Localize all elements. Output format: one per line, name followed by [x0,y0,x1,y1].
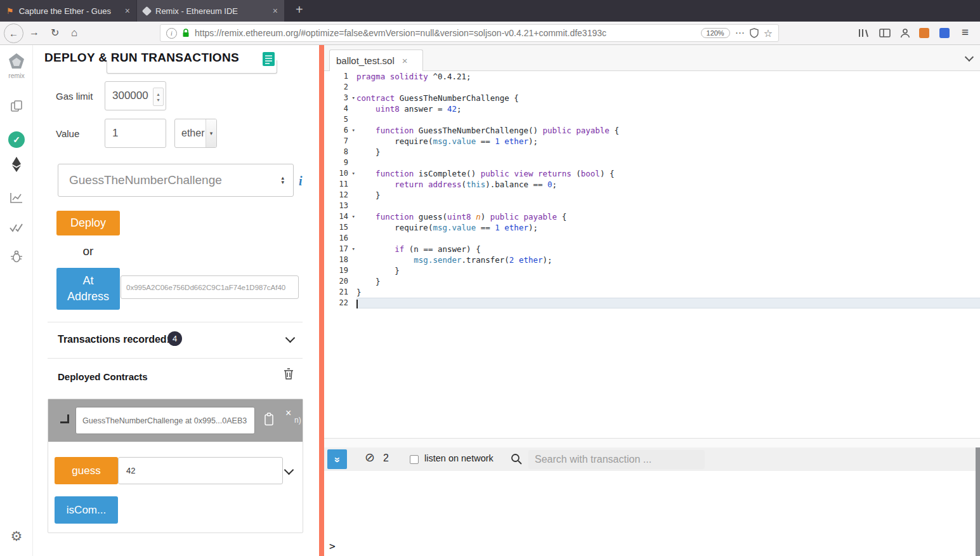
listen-on-network-checkbox[interactable] [410,455,419,464]
terminal-search-input[interactable] [528,450,705,469]
line-number[interactable]: 20 [324,276,354,287]
code-line[interactable] [356,114,980,125]
line-number[interactable]: 12 [324,190,354,201]
collapse-chevron-icon[interactable] [60,414,69,423]
number-spinner[interactable]: ▴▾ [153,88,164,106]
code-line[interactable]: pragma solidity ^0.4.21; [356,71,980,82]
extension-icon-orange[interactable] [919,28,929,38]
url-bar[interactable]: i https://remix.ethereum.org/#optimize=f… [160,24,779,42]
https-lock-icon[interactable] [182,29,190,38]
line-number[interactable]: 10▾ [324,168,354,179]
home-button[interactable]: ⌂ [71,27,77,39]
code-line[interactable]: } [356,287,980,298]
line-number[interactable]: 5 [324,114,354,125]
code-line[interactable]: require(msg.value == 1 ether); [356,136,980,147]
copy-address-clipboard-icon[interactable] [264,413,274,426]
code-line[interactable]: } [356,276,980,287]
tab-close-icon[interactable]: × [273,6,278,16]
iscomplete-function-button[interactable]: isCom... [55,496,118,524]
gas-limit-input[interactable]: ▴▾ [105,81,166,110]
account-icon[interactable] [900,28,910,38]
code-line[interactable]: return address(this).balance == 0; [356,179,980,190]
compiler-success-icon[interactable]: ✓ [0,131,33,148]
refresh-button[interactable]: ↻ [51,27,59,39]
file-explorer-icon[interactable] [0,100,33,112]
code-pane[interactable]: pragma solidity ^0.4.21;contract GuessTh… [356,71,980,308]
code-line[interactable] [356,298,980,308]
code-editor[interactable]: 123▾456▾78910▾11121314▾151617▾1819202122… [324,71,980,438]
code-line[interactable]: } [356,147,980,157]
site-info-icon[interactable]: i [166,28,177,39]
menu-icon[interactable]: ≡ [962,25,969,39]
deployed-contract-title[interactable]: GuessTheNumberChallenge at 0x995...0AEB3 [75,407,255,434]
code-line[interactable] [356,201,980,211]
remove-contract-icon[interactable]: × [285,407,291,419]
transactions-expand-icon[interactable] [285,333,296,343]
code-line[interactable]: contract GuessTheNumberChallenge { [356,93,980,103]
zoom-level-badge[interactable]: 120% [701,28,730,38]
line-number[interactable]: 6▾ [324,125,354,136]
line-number[interactable]: 13 [324,201,354,211]
fold-arrow-icon[interactable]: ▾ [352,211,355,222]
sidebars-icon[interactable] [879,29,891,37]
code-line[interactable]: function guess(uint8 n) public payable { [356,211,980,222]
line-number[interactable]: 11 [324,179,354,190]
line-number[interactable]: 21 [324,287,354,298]
at-address-input[interactable] [121,275,299,299]
line-number[interactable]: 9 [324,157,354,168]
code-line[interactable]: msg.sender.transfer(2 ether); [356,255,980,265]
line-number[interactable]: 3▾ [324,93,354,103]
code-line[interactable] [356,157,980,168]
fold-arrow-icon[interactable]: ▾ [352,244,355,255]
fold-arrow-icon[interactable]: ▾ [352,125,355,136]
deployed-contract-header[interactable]: GuessTheNumberChallenge at 0x995...0AEB3… [48,399,303,442]
code-line[interactable]: function isComplete() public view return… [356,168,980,179]
browser-tab-remix[interactable]: Remix - Ethereum IDE × [137,0,284,22]
unit-select[interactable]: ether ▾ [174,119,217,148]
contract-select[interactable]: GuessTheNumberChallenge ▴▾ [58,164,294,197]
terminal-output[interactable]: > [324,471,976,556]
terminal-expand-button[interactable]: » [327,449,347,469]
guess-expand-icon[interactable] [284,465,294,475]
terminal-scrollbar[interactable] [976,447,980,556]
line-number[interactable]: 18 [324,255,354,265]
extension-icon-blue[interactable] [939,28,950,38]
deploy-run-icon[interactable] [0,157,33,172]
tab-ballot-test-sol[interactable]: ballot_test.sol × [329,50,423,71]
fold-arrow-icon[interactable]: ▾ [352,93,355,103]
guess-argument-input[interactable] [118,457,283,484]
code-line[interactable] [356,233,980,244]
clear-console-icon[interactable]: ⊘ [365,450,375,465]
url-text[interactable]: https://remix.ethereum.org/#optimize=fal… [195,28,696,38]
line-number[interactable]: 1 [324,71,354,82]
line-number[interactable]: 16 [324,233,354,244]
analysis-icon[interactable] [0,192,33,204]
forward-button[interactable]: → [29,27,39,38]
pocket-shield-icon[interactable] [750,28,759,38]
line-number[interactable]: 17▾ [324,244,354,255]
code-line[interactable]: uint8 answer = 42; [356,103,980,114]
library-icon[interactable] [858,28,869,38]
line-number[interactable]: 2 [324,82,354,93]
panel-resize-handle[interactable] [319,45,324,556]
value-input[interactable] [105,119,166,148]
back-button[interactable]: ← [4,23,23,43]
debugger-icon[interactable] [0,250,33,263]
deploy-button[interactable]: Deploy [56,211,120,235]
tab-close-icon[interactable]: × [125,6,130,16]
line-number[interactable]: 14▾ [324,211,354,222]
code-line[interactable]: } [356,190,980,201]
contract-info-icon[interactable]: i [299,174,303,189]
code-line[interactable] [356,82,980,93]
code-line[interactable]: function GuessTheNumberChallenge() publi… [356,125,980,136]
settings-gear-icon[interactable]: ⚙ [0,529,33,544]
code-line[interactable]: require(msg.value == 1 ether); [356,222,980,233]
bookmark-star-icon[interactable]: ☆ [764,27,773,39]
line-number[interactable]: 7 [324,136,354,147]
line-number[interactable]: 4 [324,103,354,114]
account-select-partial[interactable] [107,60,277,74]
fold-arrow-icon[interactable]: ▾ [352,168,355,179]
guess-function-button[interactable]: guess [55,457,118,484]
code-line[interactable]: } [356,265,980,276]
terminal-resize-handle[interactable] [324,439,980,447]
